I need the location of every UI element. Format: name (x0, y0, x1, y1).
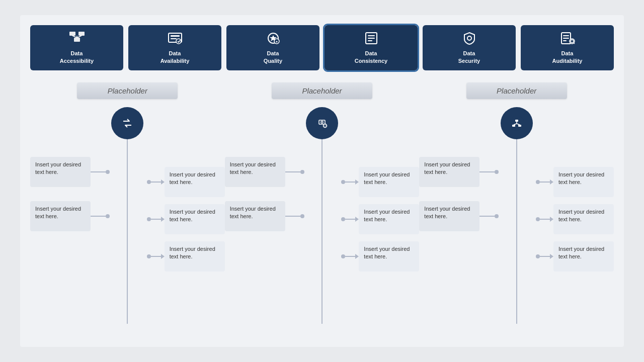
right-text-box-1-0: Insert your desired text here. (359, 167, 419, 197)
right-arrow-1-0 (345, 179, 359, 185)
card-accessibility[interactable]: DataAccessibility (30, 25, 123, 70)
svg-rect-7 (171, 35, 180, 37)
diagram-area: PlaceholderInsert your desired text here… (30, 82, 614, 324)
svg-point-26 (120, 116, 135, 131)
right-row-0-0: Insert your desired text here. (147, 167, 225, 197)
card-security[interactable]: DataSecurity (423, 25, 516, 70)
spine-line-1 (321, 139, 323, 324)
right-dot-2-2 (536, 254, 540, 258)
left-row-2-0: Insert your desired text here. (419, 157, 499, 187)
diagram-column-2: PlaceholderInsert your desired text here… (419, 82, 614, 324)
right-dot-0-1 (147, 217, 151, 221)
svg-point-9 (176, 39, 181, 44)
right-arrow-2-1 (540, 217, 553, 222)
left-dot-2-0 (495, 170, 499, 174)
placeholder-1: Placeholder (272, 82, 372, 99)
svg-rect-32 (515, 120, 518, 122)
accessibility-label: DataAccessibility (60, 50, 94, 64)
left-conn-1-0 (285, 171, 300, 172)
circle-icon-0 (111, 107, 143, 139)
right-dot-0-0 (147, 180, 151, 184)
svg-rect-15 (368, 35, 375, 36)
card-auditability[interactable]: DataAuditability (521, 25, 614, 70)
left-text-box-1-0: Insert your desired text here. (225, 157, 285, 187)
placeholder-0: Placeholder (77, 82, 178, 99)
right-arrow-0-0 (151, 179, 165, 185)
right-text-box-1-1: Insert your desired text here. (359, 204, 419, 234)
left-text-box-1-1: Insert your desired text here. (225, 201, 285, 231)
left-dot-0-0 (106, 170, 110, 174)
svg-rect-8 (171, 38, 177, 39)
circle-icon-1 (306, 107, 338, 139)
svg-rect-21 (563, 38, 569, 39)
svg-line-4 (72, 36, 77, 38)
circle-icon-2 (501, 107, 533, 139)
left-dot-1-1 (300, 214, 304, 218)
left-text-box-0-0: Insert your desired text here. (30, 157, 91, 187)
left-conn-1-1 (285, 216, 300, 217)
right-row-2-2: Insert your desired text here. (536, 241, 614, 272)
left-text-box-2-0: Insert your desired text here. (419, 157, 479, 187)
right-row-1-0: Insert your desired text here. (341, 167, 419, 197)
accessibility-icon (69, 31, 85, 48)
left-conn-0-1 (91, 216, 106, 217)
right-row-0-2: Insert your desired text here. (147, 241, 225, 272)
auditability-label: DataAuditability (552, 50, 583, 64)
svg-rect-20 (563, 35, 569, 36)
right-dot-2-0 (536, 180, 540, 184)
right-text-box-2-0: Insert your desired text here. (553, 167, 614, 197)
left-conn-2-1 (479, 216, 495, 217)
card-availability[interactable]: DataAvailability (128, 25, 221, 70)
left-conn-2-0 (479, 171, 495, 172)
svg-line-5 (77, 36, 82, 38)
consistency-icon (364, 31, 379, 48)
right-arrow-0-1 (151, 217, 165, 222)
svg-rect-2 (74, 38, 80, 42)
right-arrow-2-2 (540, 254, 553, 259)
spine-line-0 (127, 139, 128, 324)
right-row-1-2: Insert your desired text here. (341, 241, 419, 272)
diagram-column-1: PlaceholderInsert your desired text here… (225, 82, 420, 324)
right-arrow-2-0 (540, 179, 553, 185)
right-dot-1-0 (341, 180, 345, 184)
right-arrow-0-2 (151, 254, 165, 259)
right-text-box-2-1: Insert your desired text here. (553, 204, 614, 234)
left-dot-2-1 (495, 214, 499, 218)
right-arrow-1-1 (345, 217, 359, 222)
right-dot-1-1 (341, 217, 345, 221)
left-row-1-0: Insert your desired text here. (225, 157, 304, 187)
left-text-box-2-1: Insert your desired text here. (419, 201, 479, 231)
left-text-box-0-1: Insert your desired text here. (30, 201, 91, 231)
card-quality[interactable]: DataQuality (226, 25, 319, 70)
right-text-box-2-2: Insert your desired text here. (553, 241, 614, 272)
svg-line-25 (574, 43, 575, 44)
svg-rect-34 (518, 125, 521, 127)
right-text-box-1-2: Insert your desired text here. (359, 241, 419, 272)
svg-rect-22 (563, 40, 567, 41)
slide: DataAccessibilityDataAvailabilityDataQua… (20, 15, 624, 347)
right-dot-1-2 (341, 254, 345, 258)
svg-rect-17 (368, 40, 372, 41)
right-dot-2-1 (536, 217, 540, 221)
left-row-0-0: Insert your desired text here. (30, 157, 110, 187)
right-row-1-1: Insert your desired text here. (341, 204, 419, 234)
availability-label: DataAvailability (160, 50, 190, 64)
icon-cards-row: DataAccessibilityDataAvailabilityDataQua… (30, 25, 614, 70)
card-consistency[interactable]: DataConsistency (325, 25, 418, 70)
auditability-icon (559, 31, 576, 48)
right-dot-0-2 (147, 254, 151, 258)
availability-icon (168, 31, 183, 48)
svg-rect-1 (78, 32, 85, 36)
svg-point-18 (467, 36, 471, 40)
left-row-0-1: Insert your desired text here. (30, 201, 110, 231)
svg-rect-33 (512, 125, 515, 127)
right-row-0-1: Insert your desired text here. (147, 204, 225, 234)
placeholder-2: Placeholder (466, 82, 567, 99)
right-arrow-1-2 (345, 254, 359, 259)
right-row-2-0: Insert your desired text here. (536, 167, 614, 197)
security-label: DataSecurity (458, 50, 480, 64)
quality-icon (266, 31, 281, 48)
consistency-label: DataConsistency (355, 50, 387, 64)
svg-rect-0 (69, 32, 75, 36)
svg-rect-16 (368, 38, 375, 39)
